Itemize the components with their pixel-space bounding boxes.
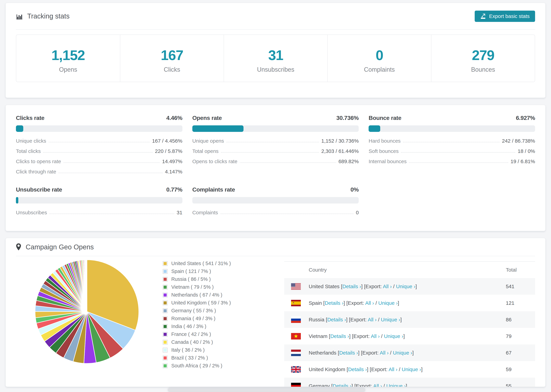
legend-item-south-africa[interactable]: South Africa ( 29 / 2% )	[163, 363, 272, 369]
rate-detail-value: 220 / 5.87%	[155, 148, 182, 154]
legend-label: Netherlands ( 67 / 4% )	[171, 292, 222, 298]
legend-item-canada[interactable]: Canada ( 40 / 2% )	[163, 339, 272, 345]
legend-swatch	[163, 364, 168, 368]
export-unique-link[interactable]: Unique ›	[402, 366, 421, 372]
export-unique-link[interactable]: Unique ›	[384, 333, 403, 339]
rate-value: 6.927%	[516, 115, 535, 121]
rate-title: Opens rate	[192, 115, 222, 121]
rate-detail-value: 4.147%	[165, 169, 182, 175]
country-cell: Russia [Details ›] [Export: All › / Uniq…	[309, 317, 506, 322]
total-cell: 55	[506, 383, 535, 387]
country-name: Russia [	[309, 317, 327, 322]
country-cell: Spain [Details ›] [Export: All › / Uniqu…	[309, 300, 506, 306]
horizontal-scrollbar-thumb[interactable]	[169, 388, 365, 392]
rate-detail-rows: Unsubscribes31	[16, 210, 182, 216]
campaign-geo-opens-card: Campaign Geo Opens United States ( 541 /…	[6, 238, 545, 387]
legend-item-brazil[interactable]: Brazil ( 33 / 2% )	[163, 355, 272, 361]
export-all-link[interactable]: All ›	[383, 284, 392, 289]
legend-item-spain[interactable]: Spain ( 121 / 7% )	[163, 268, 272, 274]
rate-detail-value: 2,303 / 61.446%	[321, 148, 359, 154]
rate-title-row: Opens rate30.736%	[192, 115, 359, 121]
export-unique-link[interactable]: Unique ›	[378, 300, 398, 306]
legend-item-netherlands[interactable]: Netherlands ( 67 / 4% )	[163, 292, 272, 298]
rate-progress-track	[16, 125, 182, 132]
dotted-leader	[403, 142, 500, 142]
country-cell: Vietnam [Details ›] [Export: All › / Uni…	[309, 333, 506, 339]
export-all-link[interactable]: All ›	[371, 333, 380, 339]
bracket-close: ]	[398, 300, 399, 306]
stat-value: 279	[431, 47, 535, 63]
legend-item-united-kingdom[interactable]: United Kingdom ( 59 / 3% )	[163, 300, 272, 306]
total-cell: 541	[506, 284, 535, 289]
legend-item-russia[interactable]: Russia ( 86 / 5% )	[163, 276, 272, 282]
total-cell: 121	[506, 300, 535, 306]
details-link[interactable]: Details ›	[339, 350, 358, 356]
legend-item-india[interactable]: India ( 46 / 3% )	[163, 324, 272, 329]
legend-swatch	[163, 348, 168, 352]
export-label: ] [Export:	[349, 333, 371, 339]
rate-progress-fill	[16, 125, 23, 132]
export-all-link[interactable]: All ›	[389, 366, 397, 372]
export-label: ] [Export:	[367, 366, 389, 372]
rate-detail-row: Soft bounces18 / 0%	[369, 148, 535, 154]
tracking-stats-card: Tracking stats Export basic stats 1,152O…	[6, 3, 545, 98]
legend-swatch	[163, 340, 168, 345]
rate-detail-row: Unique clicks167 / 4.456%	[16, 138, 182, 144]
rate-detail-rows: Unique clicks167 / 4.456%Total clicks220…	[16, 138, 182, 175]
legend-item-france[interactable]: France ( 42 / 2% )	[163, 331, 272, 337]
bracket-close: ]	[406, 383, 407, 387]
rate-detail-value: 0	[356, 210, 359, 216]
details-link[interactable]: Details ›	[330, 333, 349, 339]
details-link[interactable]: Details ›	[333, 383, 352, 387]
rate-detail-row: Unsubscribes31	[16, 210, 182, 216]
table-row-united-kingdom: United Kingdom [Details ›] [Export: All …	[284, 361, 535, 378]
rate-detail-label: Complaints	[192, 210, 218, 216]
legend-item-germany[interactable]: Germany ( 55 / 3% )	[163, 308, 272, 314]
details-link[interactable]: Details ›	[325, 300, 343, 306]
details-link[interactable]: Details ›	[327, 317, 346, 322]
export-all-link[interactable]: All ›	[380, 350, 389, 356]
stat-label: Opens	[16, 66, 120, 73]
export-label: ] [Export:	[352, 383, 373, 387]
export-basic-stats-button[interactable]: Export basic stats	[475, 11, 535, 22]
legend-label: Russia ( 86 / 5% )	[171, 276, 211, 282]
rate-detail-rows: Unique opens1,152 / 30.736%Total opens2,…	[192, 138, 359, 164]
export-all-link[interactable]: All ›	[365, 300, 374, 306]
rate-detail-label: Clicks to opens rate	[16, 159, 61, 164]
page-title: Tracking stats	[27, 12, 70, 20]
rate-detail-label: Click through rate	[16, 169, 56, 175]
link-separator: /	[392, 284, 396, 289]
legend-item-vietnam[interactable]: Vietnam ( 79 / 5% )	[163, 284, 272, 290]
legend-swatch	[163, 324, 168, 329]
legend-swatch	[163, 356, 168, 360]
export-all-link[interactable]: All ›	[373, 383, 382, 387]
rate-detail-label: Total opens	[192, 148, 219, 154]
table-row-united-states: United States [Details ›] [Export: All ›…	[284, 278, 535, 295]
rate-progress-fill	[16, 197, 18, 203]
rate-value: 0.77%	[166, 186, 182, 193]
legend-item-united-states[interactable]: United States ( 541 / 31% )	[163, 261, 272, 266]
details-link[interactable]: Details ›	[348, 366, 367, 372]
legend-swatch	[163, 261, 168, 266]
export-unique-link[interactable]: Unique ›	[393, 350, 412, 356]
stats-summary-row: 1,152Opens167Clicks31Unsubscribes0Compla…	[16, 35, 535, 82]
legend-item-italy[interactable]: Italy ( 36 / 2% )	[163, 347, 272, 353]
rates-card: Clicks rate4.46%Unique clicks167 / 4.456…	[6, 105, 545, 231]
legend-item-romania[interactable]: Romania ( 49 / 3% )	[163, 316, 272, 321]
pie-slice-other-40[interactable]	[87, 260, 87, 312]
tracking-stats-header: Tracking stats Export basic stats	[16, 3, 535, 30]
export-unique-link[interactable]: Unique ›	[386, 383, 406, 387]
geo-opens-pie-chart[interactable]	[34, 259, 140, 365]
export-unique-link[interactable]: Unique ›	[381, 317, 400, 322]
rate-detail-label: Hard bounces	[369, 138, 401, 144]
rate-block-unsubscribe-rate: Unsubscribe rate0.77%Unsubscribes31	[16, 186, 182, 220]
details-link[interactable]: Details ›	[342, 284, 361, 289]
legend-label: India ( 46 / 3% )	[171, 324, 206, 329]
stat-value: 0	[328, 47, 431, 63]
dotted-leader	[226, 142, 319, 142]
export-all-link[interactable]: All ›	[368, 317, 377, 322]
legend-swatch	[163, 301, 168, 305]
export-unique-link[interactable]: Unique ›	[396, 284, 415, 289]
geo-title: Campaign Geo Opens	[26, 243, 94, 251]
rate-detail-label: Unsubscribes	[16, 210, 47, 216]
